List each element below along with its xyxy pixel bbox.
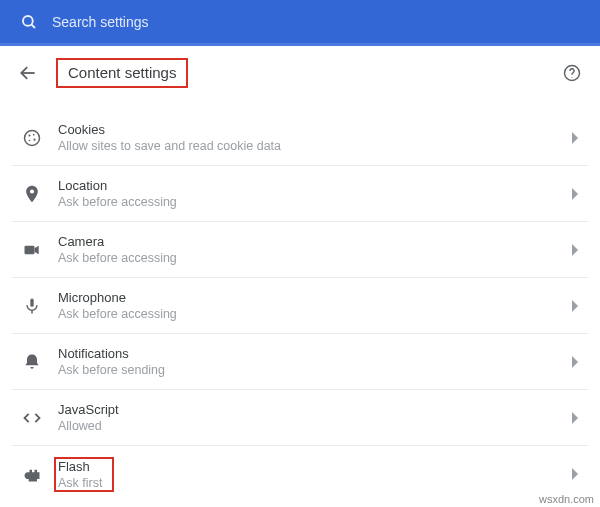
row-subtitle: Ask before accessing [58,195,572,209]
chevron-right-icon [572,300,580,312]
row-subtitle: Ask first [58,476,102,490]
svg-marker-13 [35,245,39,253]
camera-icon [20,240,44,260]
svg-point-4 [572,77,573,78]
page-title-highlight: Content settings [56,58,188,88]
row-subtitle: Allow sites to save and read cookie data [58,139,572,153]
microphone-icon [20,296,44,316]
chevron-right-icon [572,468,580,480]
svg-rect-15 [30,298,33,306]
search-input[interactable] [52,14,580,30]
svg-marker-10 [572,132,578,144]
svg-point-5 [25,130,40,145]
code-icon [20,408,44,428]
svg-point-9 [29,139,31,141]
row-text: Camera Ask before accessing [58,234,572,265]
row-title: Microphone [58,290,572,305]
row-text: Cookies Allow sites to save and read coo… [58,122,572,153]
help-button[interactable] [562,63,582,83]
search-icon [20,13,38,31]
row-text: Microphone Ask before accessing [58,290,572,321]
row-javascript[interactable]: JavaScript Allowed [12,390,588,446]
page-title: Content settings [68,64,176,81]
row-subtitle: Allowed [58,419,572,433]
svg-point-6 [28,134,30,136]
row-microphone[interactable]: Microphone Ask before accessing [12,278,588,334]
location-icon [20,184,44,204]
row-text: Notifications Ask before sending [58,346,572,377]
back-button[interactable] [18,63,38,83]
plugin-icon [20,464,44,484]
chevron-right-icon [572,412,580,424]
row-camera[interactable]: Camera Ask before accessing [12,222,588,278]
svg-point-7 [33,133,35,135]
svg-marker-20 [572,468,578,480]
settings-list: Cookies Allow sites to save and read coo… [0,110,600,502]
row-text: Location Ask before accessing [58,178,572,209]
svg-rect-12 [25,245,35,253]
chevron-right-icon [572,132,580,144]
row-cookies[interactable]: Cookies Allow sites to save and read coo… [12,110,588,166]
row-flash[interactable]: Flash Ask first [12,446,588,502]
bell-icon [20,352,44,372]
row-subtitle: Ask before sending [58,363,572,377]
svg-point-0 [23,16,33,26]
svg-marker-11 [572,188,578,200]
row-text-highlight: Flash Ask first [58,457,110,492]
row-title: Flash [58,459,102,474]
svg-point-8 [33,138,35,140]
row-title: JavaScript [58,402,572,417]
row-text: JavaScript Allowed [58,402,572,433]
row-title: Location [58,178,572,193]
svg-marker-17 [572,300,578,312]
row-title: Cookies [58,122,572,137]
row-subtitle: Ask before accessing [58,307,572,321]
search-bar[interactable] [0,0,600,46]
chevron-right-icon [572,356,580,368]
svg-line-1 [32,24,35,27]
chevron-right-icon [572,244,580,256]
chevron-right-icon [572,188,580,200]
svg-marker-14 [572,244,578,256]
row-notifications[interactable]: Notifications Ask before sending [12,334,588,390]
cookie-icon [20,128,44,148]
svg-marker-19 [572,412,578,424]
row-subtitle: Ask before accessing [58,251,572,265]
row-title: Notifications [58,346,572,361]
watermark: wsxdn.com [539,493,594,505]
page-header: Content settings [0,46,600,100]
row-title: Camera [58,234,572,249]
svg-marker-18 [572,356,578,368]
row-location[interactable]: Location Ask before accessing [12,166,588,222]
